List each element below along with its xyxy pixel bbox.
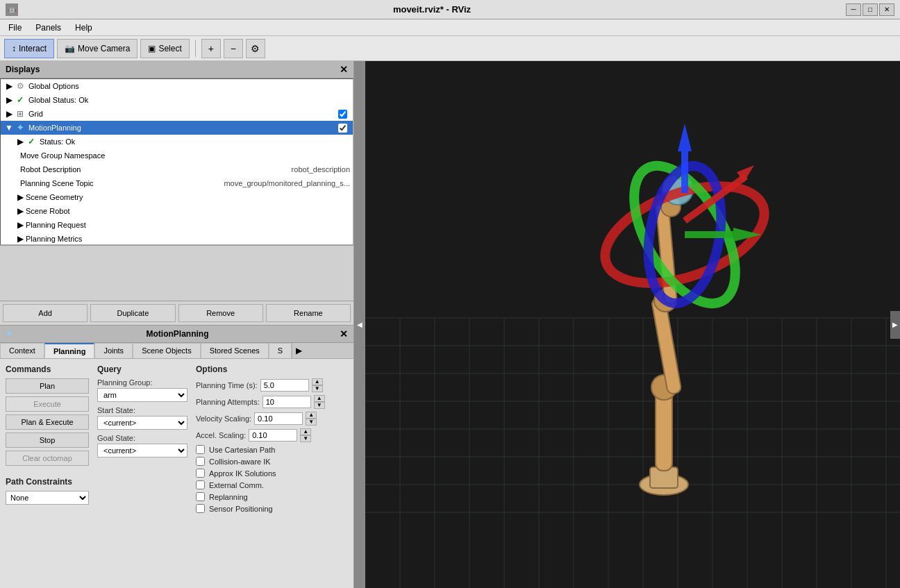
expander-global-options[interactable]: ▶: [3, 81, 15, 91]
start-state-select[interactable]: <current>: [97, 416, 188, 430]
goal-state-select[interactable]: <current>: [97, 444, 188, 457]
accel-scaling-up[interactable]: ▲: [300, 428, 311, 435]
planning-group-label: Planning Group:: [97, 378, 188, 387]
use-cartesian-checkbox[interactable]: [196, 445, 205, 454]
viewport-collapse-right[interactable]: ▶: [890, 311, 900, 339]
scene-svg: [365, 61, 900, 588]
planning-tabs: Context Planning Joints Scene Objects St…: [0, 343, 353, 359]
remove-display-button[interactable]: Remove: [178, 304, 263, 322]
interact-button[interactable]: ↕ Interact: [4, 39, 54, 58]
planning-attempts-spinner: ▲ ▼: [314, 395, 325, 409]
window-controls: ─ □ ✕: [846, 3, 894, 16]
label-move-group-ns: Move Group Namespace: [20, 151, 350, 160]
panel-collapse-handle[interactable]: ◀: [354, 61, 365, 588]
tab-stored-scenes[interactable]: Stored Scenes: [201, 343, 269, 358]
tab-scene-objects[interactable]: Scene Objects: [133, 343, 201, 358]
planning-time-input[interactable]: 5.0: [260, 379, 309, 392]
close-button[interactable]: ✕: [879, 3, 894, 16]
tab-extra[interactable]: S: [269, 343, 292, 358]
plan-button[interactable]: Plan: [6, 378, 89, 394]
velocity-scaling-up[interactable]: ▲: [306, 412, 317, 419]
expander-motion-planning[interactable]: ▼: [3, 123, 15, 133]
collision-aware-checkbox[interactable]: [196, 457, 205, 466]
planning-group-select[interactable]: arm: [97, 388, 188, 402]
displays-close-button[interactable]: ✕: [340, 64, 348, 75]
tree-item-planning-metrics[interactable]: ▶ Planning Metrics: [1, 232, 353, 245]
remove-tool-button[interactable]: −: [224, 39, 243, 58]
add-tool-button[interactable]: +: [201, 39, 221, 58]
planning-attempts-down[interactable]: ▼: [314, 402, 325, 409]
tab-context[interactable]: Context: [0, 343, 44, 358]
tree-item-motion-planning[interactable]: ▼ ✦ MotionPlanning: [1, 121, 353, 135]
add-display-button[interactable]: Add: [3, 304, 88, 322]
planning-time-up[interactable]: ▲: [312, 378, 323, 385]
svg-rect-39: [685, 231, 733, 238]
start-state-field: Start State: <current>: [97, 406, 188, 430]
menu-help[interactable]: Help: [69, 22, 98, 34]
velocity-scaling-down[interactable]: ▼: [306, 419, 317, 426]
move-camera-button[interactable]: 📷 Move Camera: [57, 39, 138, 58]
planning-attempts-up[interactable]: ▲: [314, 395, 325, 402]
motion-panel-close-button[interactable]: ✕: [340, 328, 348, 339]
tree-item-planning-scene-topic[interactable]: Planning Scene Topic move_group/monitore…: [1, 176, 353, 190]
tree-item-status[interactable]: ▶ ✓ Status: Ok: [1, 135, 353, 149]
commands-column: Commands Plan Execute Plan & Execute Sto…: [6, 364, 89, 516]
minimize-button[interactable]: ─: [846, 3, 861, 16]
use-cartesian-row: Use Cartesian Path: [196, 445, 348, 454]
replanning-checkbox[interactable]: [196, 492, 205, 501]
expander-scene-geometry[interactable]: ▶: [15, 192, 26, 202]
duplicate-display-button[interactable]: Duplicate: [90, 304, 175, 322]
replanning-row: Replanning: [196, 492, 348, 501]
tabs-scroll-right[interactable]: ▶: [292, 343, 306, 358]
expander-status[interactable]: ▶: [15, 137, 26, 146]
motion-planning-checkbox[interactable]: [338, 124, 347, 133]
tree-item-robot-desc[interactable]: Robot Description robot_description: [1, 162, 353, 176]
menu-file[interactable]: File: [3, 22, 27, 34]
expander-grid[interactable]: ▶: [3, 109, 15, 119]
goal-state-field: Goal State: <current>: [97, 434, 188, 457]
rename-display-button[interactable]: Rename: [266, 304, 351, 322]
commands-label: Commands: [6, 364, 89, 374]
velocity-scaling-input[interactable]: 0.10: [254, 412, 303, 425]
planning-time-down[interactable]: ▼: [312, 385, 323, 392]
plan-execute-button[interactable]: Plan & Execute: [6, 414, 89, 430]
tab-joints[interactable]: Joints: [94, 343, 133, 358]
execute-button[interactable]: Execute: [6, 396, 89, 412]
path-constraints-select[interactable]: None: [6, 491, 89, 505]
grid-checkbox[interactable]: [338, 110, 347, 119]
external-comm-checkbox[interactable]: [196, 480, 205, 489]
stop-button[interactable]: Stop: [6, 432, 89, 448]
tree-item-grid[interactable]: ▶ ⊞ Grid: [1, 107, 353, 121]
planning-attempts-input[interactable]: 10: [262, 396, 311, 408]
clear-octomap-button[interactable]: Clear octomap: [6, 451, 89, 466]
gear-icon: ⚙: [15, 81, 26, 92]
maximize-button[interactable]: □: [862, 3, 878, 16]
expander-planning-request[interactable]: ▶: [15, 220, 26, 230]
settings-tool-button[interactable]: ⚙: [246, 39, 265, 58]
expander-global-status[interactable]: ▶: [3, 95, 15, 105]
tree-item-move-group-ns[interactable]: Move Group Namespace: [1, 149, 353, 162]
accel-scaling-input[interactable]: 0.10: [249, 429, 297, 442]
goal-state-label: Goal State:: [97, 434, 188, 442]
accel-scaling-down[interactable]: ▼: [300, 435, 311, 442]
menu-panels[interactable]: Panels: [30, 22, 67, 34]
tree-item-scene-geometry[interactable]: ▶ Scene Geometry: [1, 190, 353, 204]
viewport-3d[interactable]: ▶: [365, 61, 900, 588]
expander-planning-metrics[interactable]: ▶: [15, 234, 26, 244]
sensor-positioning-checkbox[interactable]: [196, 504, 205, 513]
expander-scene-robot[interactable]: ▶: [15, 206, 26, 216]
svg-rect-37: [681, 151, 688, 193]
planning-group-field: Planning Group: arm: [97, 378, 188, 402]
tab-planning[interactable]: Planning: [44, 343, 94, 358]
tree-item-global-options[interactable]: ▶ ⚙ Global Options: [1, 79, 353, 93]
motion-panel-icon: ✦: [6, 329, 12, 339]
tree-item-scene-robot[interactable]: ▶ Scene Robot: [1, 204, 353, 218]
approx-ik-checkbox[interactable]: [196, 469, 205, 478]
label-robot-desc: Robot Description: [20, 165, 289, 174]
label-planning-metrics: Planning Metrics: [26, 235, 350, 243]
tree-item-global-status[interactable]: ▶ ✓ Global Status: Ok: [1, 93, 353, 107]
tree-item-planning-request[interactable]: ▶ Planning Request: [1, 218, 353, 232]
right-collapse-icon: ▶: [892, 321, 898, 328]
left-panel: Displays ✕ ▶ ⚙ Global Options ▶ ✓ Global…: [0, 61, 354, 588]
select-button[interactable]: ▣ Select: [140, 39, 189, 58]
